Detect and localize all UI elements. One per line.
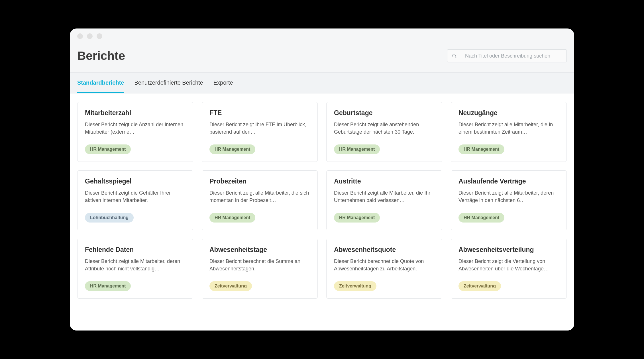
- report-card[interactable]: Fehlende DatenDieser Bericht zeigt alle …: [77, 239, 193, 299]
- report-card[interactable]: MitarbeiterzahlDieser Bericht zeigt die …: [77, 102, 193, 162]
- report-card-tag: HR Management: [209, 213, 255, 223]
- report-card[interactable]: FTEDieser Bericht zeigt Ihre FTE im Über…: [202, 102, 318, 162]
- report-card-title: Probezeiten: [209, 178, 310, 185]
- window-titlebar: [70, 28, 574, 44]
- report-card-tag: HR Management: [85, 144, 131, 154]
- window-control-minimize[interactable]: [87, 33, 93, 39]
- search-input[interactable]: [461, 50, 566, 62]
- report-card-tag: HR Management: [209, 144, 255, 154]
- report-card[interactable]: NeuzugängeDieser Bericht zeigt alle Mita…: [451, 102, 567, 162]
- window-control-maximize[interactable]: [97, 33, 102, 39]
- search-box[interactable]: [447, 49, 567, 62]
- svg-line-1: [455, 57, 456, 58]
- report-card-tag: Zeitverwaltung: [458, 281, 501, 291]
- report-card[interactable]: AbwesenheitsverteilungDieser Bericht zei…: [451, 239, 567, 299]
- report-card-tag: HR Management: [334, 144, 380, 154]
- report-card-title: Gehaltsspiegel: [85, 178, 186, 185]
- report-card-title: Abwesenheitsverteilung: [458, 246, 559, 254]
- tab-benutzerdefinierte-berichte[interactable]: Benutzerdefinierte Berichte: [134, 73, 203, 93]
- report-card-description: Dieser Bericht zeigt alle anstehenden Ge…: [334, 121, 435, 136]
- report-card-title: Fehlende Daten: [85, 246, 186, 254]
- report-card-description: Dieser Bericht zeigt alle Mitarbeiter, d…: [458, 121, 559, 136]
- report-card[interactable]: AbwesenheitstageDieser Bericht berechnet…: [202, 239, 318, 299]
- report-card-description: Dieser Bericht zeigt Ihre FTE im Überbli…: [209, 121, 310, 136]
- report-card-tag: HR Management: [458, 144, 504, 154]
- tab-standardberichte[interactable]: Standardberichte: [77, 73, 124, 93]
- report-card-description: Dieser Bericht zeigt die Anzahl der inte…: [85, 121, 186, 136]
- report-card-title: Neuzugänge: [458, 109, 559, 117]
- report-card-description: Dieser Bericht berechnet die Quote von A…: [334, 258, 435, 272]
- report-card-title: Mitarbeiterzahl: [85, 109, 186, 117]
- report-card[interactable]: AbwesenheitsquoteDieser Bericht berechne…: [326, 239, 442, 299]
- report-card-description: Dieser Bericht zeigt alle Mitarbeiter, d…: [458, 189, 559, 204]
- app-window: Berichte StandardberichteBenutzerdefinie…: [70, 28, 574, 331]
- report-card-description: Dieser Bericht zeigt alle Mitarbeiter, d…: [85, 258, 186, 272]
- report-card-tag: HR Management: [458, 213, 504, 223]
- report-card-tag: Zeitverwaltung: [334, 281, 376, 291]
- tab-bar: StandardberichteBenutzerdefinierte Beric…: [70, 72, 574, 93]
- report-card-tag: HR Management: [85, 281, 131, 291]
- window-control-close[interactable]: [77, 33, 83, 39]
- report-card-description: Dieser Bericht zeigt die Verteilung von …: [458, 258, 559, 272]
- report-grid: MitarbeiterzahlDieser Bericht zeigt die …: [77, 102, 567, 299]
- report-card-title: Austritte: [334, 178, 435, 185]
- report-card-description: Dieser Bericht zeigt die Gehälter Ihrer …: [85, 189, 186, 204]
- page-title: Berichte: [77, 49, 125, 63]
- report-card-tag: Zeitverwaltung: [209, 281, 252, 291]
- report-card-description: Dieser Bericht zeigt alle Mitarbeiter, d…: [209, 189, 310, 204]
- page-header: Berichte: [70, 44, 574, 72]
- report-card-description: Dieser Bericht zeigt alle Mitarbeiter, d…: [334, 189, 435, 204]
- report-card-tag: HR Management: [334, 213, 380, 223]
- report-card-title: Geburtstage: [334, 109, 435, 117]
- report-card[interactable]: Auslaufende VerträgeDieser Bericht zeigt…: [451, 170, 567, 230]
- tab-exporte[interactable]: Exporte: [213, 73, 233, 93]
- report-card-title: FTE: [209, 109, 310, 117]
- report-card-tag: Lohnbuchhaltung: [85, 213, 134, 223]
- report-card[interactable]: GeburtstageDieser Bericht zeigt alle ans…: [326, 102, 442, 162]
- report-card[interactable]: ProbezeitenDieser Bericht zeigt alle Mit…: [202, 170, 318, 230]
- svg-point-0: [453, 54, 456, 57]
- search-icon: [447, 50, 461, 62]
- report-card[interactable]: GehaltsspiegelDieser Bericht zeigt die G…: [77, 170, 193, 230]
- report-card-description: Dieser Bericht berechnet die Summe an Ab…: [209, 258, 310, 272]
- report-card-title: Abwesenheitsquote: [334, 246, 435, 254]
- report-card[interactable]: AustritteDieser Bericht zeigt alle Mitar…: [326, 170, 442, 230]
- report-card-title: Abwesenheitstage: [209, 246, 310, 254]
- content-area: MitarbeiterzahlDieser Bericht zeigt die …: [70, 93, 574, 331]
- report-card-title: Auslaufende Verträge: [458, 178, 559, 185]
